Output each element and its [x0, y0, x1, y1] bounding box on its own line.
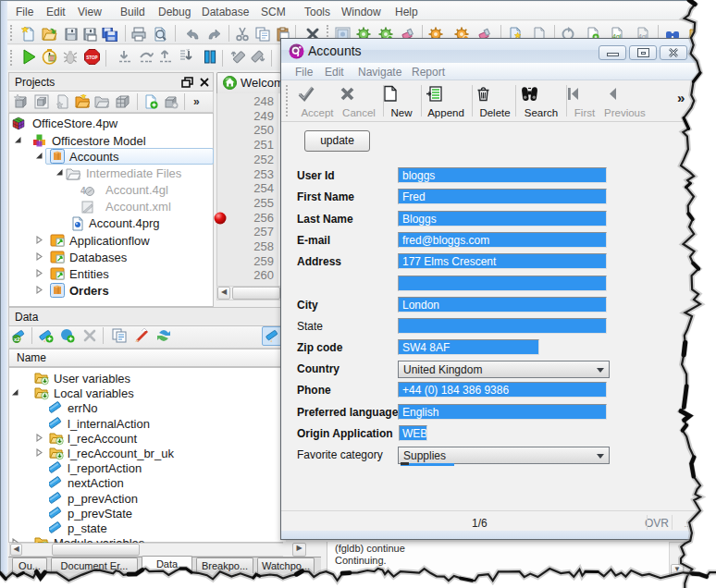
svg-text:x2: x2 [14, 337, 20, 342]
svg-text:STOP: STOP [86, 55, 97, 60]
